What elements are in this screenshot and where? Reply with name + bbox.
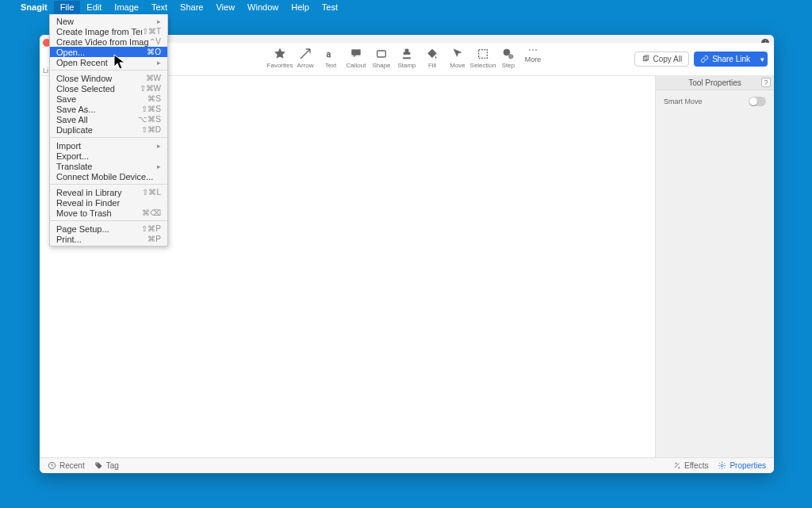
menubar-item-edit[interactable]: Edit	[80, 1, 108, 13]
tool-text[interactable]: a Text	[320, 48, 341, 69]
arrow-icon	[299, 48, 312, 60]
tag-icon	[94, 461, 103, 470]
svg-rect-5	[643, 56, 647, 61]
tool-shape[interactable]: Shape	[371, 48, 392, 69]
callout-icon	[350, 48, 362, 60]
menu-separator	[50, 184, 167, 185]
menu-reveal-in-library[interactable]: Reveal in Library⇧⌘L	[50, 187, 167, 197]
smart-move-label: Smart Move	[664, 97, 703, 105]
menu-save[interactable]: Save⌘S	[50, 94, 167, 104]
menu-open[interactable]: Open...⌘O	[50, 47, 167, 57]
menubar-item-window[interactable]: Window	[241, 1, 285, 13]
menubar-item-test[interactable]: Test	[316, 1, 344, 13]
submenu-icon: ▸	[157, 17, 161, 25]
toolbar-right-actions: Copy All Share Link ▾	[634, 43, 768, 75]
svg-point-8	[96, 464, 97, 464]
fill-icon	[426, 48, 439, 60]
menu-separator	[50, 137, 167, 138]
smart-move-row: Smart Move	[656, 90, 774, 113]
tool-favorites[interactable]: Favorites	[270, 48, 290, 69]
share-link-group: Share Link ▾	[694, 52, 768, 67]
menubar-item-help[interactable]: Help	[285, 1, 316, 13]
file-menu-dropdown: New▸ Create Image from Template...⇧⌘T Cr…	[49, 14, 168, 246]
help-button[interactable]: ?	[761, 78, 771, 87]
menu-new[interactable]: New▸	[50, 16, 167, 26]
menu-save-as[interactable]: Save As...⇧⌘S	[50, 104, 167, 114]
menu-save-all[interactable]: Save All⌥⌘S	[50, 114, 167, 124]
menu-move-to-trash[interactable]: Move to Trash⌘⌫	[50, 208, 167, 218]
step-icon	[502, 48, 515, 60]
menu-close-selected[interactable]: Close Selected⇧⌘W	[50, 83, 167, 94]
tool-more[interactable]: ⋯ More	[523, 48, 542, 63]
tool-fill[interactable]: Fill	[422, 48, 442, 69]
submenu-icon: ▸	[157, 59, 161, 67]
menu-create-image-from-template[interactable]: Create Image from Template...⇧⌘T	[50, 26, 167, 36]
svg-rect-2	[479, 50, 488, 59]
menu-page-setup[interactable]: Page Setup...⇧⌘P	[50, 223, 167, 234]
move-icon	[451, 48, 464, 60]
menu-create-video-from-images[interactable]: Create Video from Images...⌃V	[50, 36, 167, 47]
shape-icon	[375, 48, 388, 60]
smart-move-toggle[interactable]	[749, 97, 766, 106]
tool-properties-header: Tool Properties ?	[656, 76, 774, 90]
menu-print[interactable]: Print...⌘P	[50, 234, 167, 244]
menu-separator	[50, 70, 167, 71]
menu-separator	[50, 220, 167, 221]
clock-icon	[48, 461, 56, 470]
tool-callout[interactable]: Callout	[346, 48, 366, 69]
footer-tag[interactable]: Tag	[94, 461, 119, 470]
menu-import[interactable]: Import▸	[50, 140, 167, 151]
footer: Recent Tag Effects Properties	[40, 457, 774, 473]
link-icon	[700, 55, 709, 63]
svg-text:a: a	[327, 48, 331, 59]
svg-point-3	[504, 49, 510, 55]
menubar-item-image[interactable]: Image	[108, 1, 145, 13]
copy-all-button[interactable]: Copy All	[634, 52, 690, 67]
tool-arrow[interactable]: Arrow	[295, 48, 316, 69]
star-icon	[274, 48, 286, 60]
share-link-button[interactable]: Share Link	[694, 52, 756, 67]
submenu-icon: ▸	[157, 142, 161, 150]
tool-move[interactable]: Move	[447, 48, 468, 69]
menubar-app-name[interactable]: Snagit	[14, 1, 54, 13]
svg-point-4	[509, 55, 513, 59]
submenu-icon: ▸	[157, 162, 161, 170]
tool-stamp[interactable]: Stamp	[396, 48, 417, 69]
more-dots-icon: ⋯	[528, 48, 538, 52]
menu-duplicate[interactable]: Duplicate⇧⌘D	[50, 124, 167, 135]
text-icon: a	[324, 48, 337, 60]
tool-properties-panel: Tool Properties ? Smart Move	[655, 76, 774, 457]
menu-close-window[interactable]: Close Window⌘W	[50, 73, 167, 83]
tool-selection[interactable]: Selection	[473, 48, 493, 69]
menu-translate[interactable]: Translate▸	[50, 161, 167, 171]
gear-icon	[718, 461, 726, 470]
stamp-icon	[400, 48, 413, 60]
footer-properties[interactable]: Properties	[718, 461, 766, 470]
menubar-item-file[interactable]: File	[54, 1, 81, 13]
toolbar-tools: Favorites Arrow a Text Callout Shape Sta…	[270, 43, 542, 75]
menu-reveal-in-finder[interactable]: Reveal in Finder	[50, 197, 167, 208]
menu-connect-mobile-device[interactable]: Connect Mobile Device...	[50, 171, 167, 181]
share-link-dropdown[interactable]: ▾	[756, 52, 768, 67]
macos-menubar: Snagit File Edit Image Text Share View W…	[0, 0, 812, 14]
menu-export[interactable]: Export...	[50, 151, 167, 161]
effects-icon	[672, 461, 681, 470]
svg-rect-6	[645, 55, 649, 60]
selection-icon	[477, 48, 489, 60]
copy-icon	[642, 55, 650, 63]
menubar-item-share[interactable]: Share	[174, 1, 209, 13]
menu-open-recent[interactable]: Open Recent▸	[50, 57, 167, 67]
footer-recent[interactable]: Recent	[48, 461, 85, 470]
footer-effects[interactable]: Effects	[672, 461, 708, 470]
svg-rect-1	[377, 51, 386, 57]
menubar-item-view[interactable]: View	[209, 1, 241, 13]
menubar-item-text[interactable]: Text	[145, 1, 174, 13]
tool-step[interactable]: Step	[498, 48, 519, 69]
svg-point-9	[722, 464, 724, 467]
